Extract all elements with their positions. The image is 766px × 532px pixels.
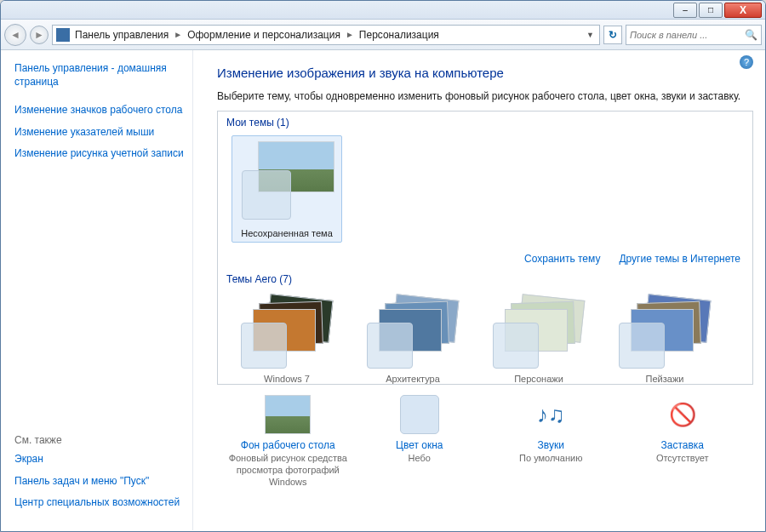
control-panel-icon	[56, 28, 70, 42]
my-themes-heading: Мои темы (1)	[218, 112, 752, 132]
window-color-control[interactable]: Цвет окна Небо	[356, 395, 483, 488]
chevron-right-icon: ►	[174, 30, 182, 39]
control-title[interactable]: Звуки	[487, 439, 615, 451]
control-desc: Небо	[356, 453, 483, 465]
themes-panel: Мои темы (1) Несохраненная тема Сохранит…	[217, 111, 753, 385]
sounds-control[interactable]: ♪♫ Звуки По умолчанию	[487, 395, 615, 488]
navbar: ◄ ► Панель управления ► Оформление и пер…	[1, 20, 765, 50]
breadcrumb[interactable]: Панель управления ► Оформление и персона…	[52, 25, 600, 45]
window-color-thumb-icon	[493, 323, 539, 369]
control-title[interactable]: Заставка	[619, 439, 746, 451]
aero-theme-windows7[interactable]: Windows 7	[232, 294, 342, 384]
sidebar: Панель управления - домашняя страница Из…	[1, 50, 193, 530]
window-color-thumb-icon	[242, 170, 291, 220]
page-title: Изменение изображения и звука на компьют…	[217, 66, 753, 80]
sidebar-link-account-picture[interactable]: Изменение рисунка учетной записи	[14, 147, 184, 161]
chevron-right-icon: ►	[346, 30, 354, 39]
aero-theme-label: Пейзажи	[609, 374, 720, 384]
aero-theme-landscapes[interactable]: Пейзажи	[609, 294, 720, 384]
control-desc: Отсутствует	[619, 453, 746, 465]
sidebar-home-link[interactable]: Панель управления - домашняя страница	[14, 62, 184, 89]
crumb-level3[interactable]: Персонализация	[359, 29, 439, 41]
maximize-button[interactable]: □	[699, 3, 723, 18]
nav-forward-button[interactable]: ►	[30, 26, 49, 44]
aero-themes-heading: Темы Aero (7)	[218, 268, 752, 289]
sidebar-link-ease-of-access[interactable]: Центр специальных возможностей	[14, 496, 184, 510]
sidebar-link-desktop-icons[interactable]: Изменение значков рабочего стола	[14, 104, 184, 117]
window-color-thumb-icon	[241, 323, 287, 369]
refresh-button[interactable]: ↻	[603, 26, 622, 44]
screensaver-icon: 🚫	[660, 395, 706, 434]
nav-back-button[interactable]: ◄	[4, 24, 26, 46]
aero-theme-label: Windows 7	[232, 374, 342, 384]
control-title[interactable]: Фон рабочего стола	[224, 439, 352, 451]
window-color-icon	[400, 395, 439, 434]
wallpaper-icon	[265, 395, 311, 434]
search-icon[interactable]: 🔍	[745, 29, 757, 41]
close-button[interactable]: X	[724, 3, 762, 18]
save-theme-link[interactable]: Сохранить тему	[524, 253, 600, 265]
chevron-down-icon[interactable]: ▼	[586, 31, 594, 39]
titlebar: – □ X	[1, 1, 765, 20]
control-title[interactable]: Цвет окна	[356, 439, 483, 451]
search-box[interactable]: 🔍	[626, 25, 762, 45]
aero-theme-label: Архитектура	[357, 374, 468, 384]
window-color-thumb-icon	[619, 323, 665, 369]
sidebar-link-display[interactable]: Экран	[14, 453, 184, 466]
aero-theme-label: Персонажи	[483, 374, 594, 384]
theme-label: Несохраненная тема	[236, 228, 338, 238]
page-description: Выберите тему, чтобы одновременно измени…	[217, 90, 753, 102]
search-input[interactable]	[630, 30, 741, 40]
sidebar-link-taskbar[interactable]: Панель задач и меню "Пуск"	[14, 475, 184, 489]
crumb-root[interactable]: Панель управления	[75, 29, 169, 41]
theme-item-unsaved[interactable]: Несохраненная тема	[232, 135, 342, 243]
control-desc: По умолчанию	[487, 453, 615, 465]
main-area: ? Изменение изображения и звука на компь…	[193, 50, 765, 530]
control-desc: Фоновый рисунок средства просмотра фотог…	[224, 453, 352, 488]
desktop-background-control[interactable]: Фон рабочего стола Фоновый рисунок средс…	[224, 395, 352, 488]
aero-theme-architecture[interactable]: Архитектура	[357, 294, 468, 384]
sidebar-link-mouse-pointers[interactable]: Изменение указателей мыши	[14, 126, 184, 140]
aero-theme-characters[interactable]: Персонажи	[483, 294, 594, 384]
window-color-thumb-icon	[367, 323, 413, 369]
screensaver-control[interactable]: 🚫 Заставка Отсутствует	[619, 395, 746, 488]
more-themes-online-link[interactable]: Другие темы в Интернете	[619, 253, 740, 265]
help-icon[interactable]: ?	[740, 55, 753, 69]
minimize-button[interactable]: –	[673, 3, 697, 18]
sounds-icon: ♪♫	[528, 395, 574, 434]
crumb-level2[interactable]: Оформление и персонализация	[187, 29, 340, 41]
see-also-heading: См. также	[14, 434, 184, 446]
bottom-controls: Фон рабочего стола Фоновый рисунок средс…	[217, 395, 753, 488]
